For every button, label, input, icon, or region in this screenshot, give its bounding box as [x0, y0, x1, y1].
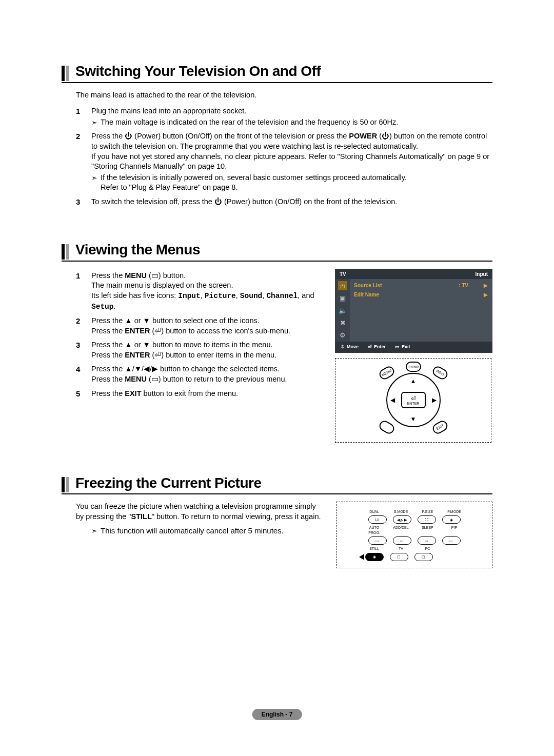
btn-label: DUAL	[364, 509, 385, 514]
adddel-button: ▭	[393, 536, 411, 545]
remote-buttons-illustration: DUAL S.MODE P.SIZE P.MODE I-II ◀🔈▶ ⛶ ◉ A…	[336, 502, 492, 568]
page-footer: English - 7	[252, 709, 302, 720]
osd-tv-label: TV	[340, 271, 346, 278]
enter-icon: ⏎	[368, 344, 372, 350]
step-number: 3	[76, 338, 91, 362]
step-number: 4	[76, 362, 91, 386]
freeze-paragraph: You can freeze the picture when watching…	[76, 502, 326, 522]
menu-icon: ▭	[151, 375, 159, 383]
illustration-column: TV Input ⏍ ▣ 🔈 ✖ ⚙ Source	[335, 269, 492, 443]
step-number: 3	[76, 195, 91, 209]
autoprog-button: ▭	[368, 536, 387, 545]
heading-bars-icon	[62, 66, 69, 81]
setup-icon: ⚙	[338, 330, 347, 340]
input-icon: ⏍	[338, 281, 347, 290]
power-icon: ⏻	[125, 132, 132, 140]
pip-button: ▭	[442, 536, 461, 545]
chevron-right-icon: ▶	[484, 282, 488, 289]
section-menus: Viewing the Menus 1 Press the MENU (▭) b…	[62, 240, 492, 442]
step-4: 4 Press the ▲/▼/◀/▶ button to change the…	[76, 362, 325, 386]
note-text: This function will automatically cancel …	[101, 526, 284, 536]
osd-icon-column: ⏍ ▣ 🔈 ✖ ⚙	[335, 279, 350, 342]
section-switching: Switching Your Television On and Off The…	[62, 62, 492, 209]
psize-button: ⛶	[418, 515, 436, 524]
menu-button: MENU	[378, 365, 396, 381]
exit-button: EXIT	[431, 419, 449, 435]
note-text: If the television is initially powered o…	[101, 173, 407, 182]
updown-icon: ⇳	[341, 344, 345, 350]
sound-icon: 🔈	[338, 306, 347, 315]
note-text: The main voltage is indicated on the rea…	[101, 117, 398, 128]
pmode-button: ◉	[442, 515, 461, 524]
section-title: Switching Your Television On and Off	[75, 62, 321, 81]
enter-icon: ⏎	[154, 351, 161, 359]
note-arrow-icon: ➣	[91, 118, 97, 128]
osd-screenshot: TV Input ⏍ ▣ 🔈 ✖ ⚙ Source	[335, 269, 492, 353]
tv-button: ▢	[390, 553, 408, 561]
note-text: Refer to "Plug & Play Feature" on page 8…	[101, 183, 238, 191]
btn-label: ADD/DEL	[391, 525, 411, 535]
step-body: Press the ⏻ (Power) button (On/Off) on t…	[91, 129, 492, 194]
note-arrow-icon: ➣	[91, 173, 97, 193]
manual-page: Switching Your Television On and Off The…	[0, 0, 554, 756]
ttx-button: TTX/MIX	[406, 362, 421, 372]
section-heading: Switching Your Television On and Off	[62, 62, 492, 83]
heading-bars-icon	[62, 244, 69, 260]
page-number: English - 7	[252, 709, 302, 720]
step-2: 2 Press the ⏻ (Power) button (On/Off) on…	[76, 129, 492, 194]
remote-button	[378, 419, 396, 435]
still-button: ◉	[365, 553, 384, 561]
section-title: Viewing the Menus	[75, 240, 200, 260]
step-number: 5	[76, 387, 91, 401]
section-heading: Viewing the Menus	[62, 240, 492, 262]
power-icon: ⏻	[382, 132, 389, 140]
menu-icon: ▭	[151, 271, 159, 280]
section-heading: Freezing the Current Picture	[62, 473, 492, 495]
pointer-icon	[359, 554, 364, 560]
btn-label: P.SIZE	[418, 509, 438, 514]
power-icon: ⏻	[214, 197, 222, 206]
step-number: 1	[76, 104, 91, 129]
picture-icon: ▣	[338, 293, 347, 303]
step-body: Press the ▲ or ▼ button to select one of…	[91, 314, 325, 338]
sleep-button: ▭	[418, 536, 436, 545]
intro-text: The mains lead is attached to the rear o…	[76, 90, 492, 101]
step-3: 3 Press the ▲ or ▼ button to move to ite…	[76, 338, 325, 362]
remote-dpad-illustration: TTX/MIX MENU INFO EXIT ▲ ▼ ◀ ▶ ENTER	[335, 358, 491, 443]
step-body: Press the MENU (▭) button. The main menu…	[91, 269, 325, 314]
step-number: 1	[76, 269, 91, 314]
step-body: Press the ▲ or ▼ button to move to items…	[91, 338, 325, 362]
channel-icon: ✖	[338, 318, 347, 327]
enter-button: ENTER	[401, 392, 426, 408]
step-body: Plug the mains lead into an appropriate …	[91, 104, 492, 129]
step-1: 1 Plug the mains lead into an appropriat…	[76, 104, 492, 129]
down-arrow-icon: ▼	[410, 415, 417, 423]
right-arrow-icon: ▶	[432, 396, 437, 404]
chevron-right-icon: ▶	[484, 291, 488, 299]
btn-label: PC	[418, 546, 438, 551]
menu-icon: ▭	[395, 344, 400, 350]
osd-title: Input	[476, 271, 488, 278]
btn-label: SLEEP	[418, 525, 438, 535]
osd-row-source-list: Source List : TV▶	[354, 281, 488, 290]
btn-label: AUTO PROG.	[364, 525, 385, 535]
btn-label: TV	[391, 546, 411, 551]
up-arrow-icon: ▲	[410, 377, 417, 385]
step-1: 1 Press the MENU (▭) button. The main me…	[76, 269, 325, 314]
smode-button: ◀🔈▶	[393, 515, 411, 524]
enter-icon: ⏎	[154, 327, 161, 335]
btn-label: PIP	[444, 525, 465, 535]
osd-row-edit-name: Edit Name ▶	[354, 290, 488, 300]
dual-button: I-II	[368, 515, 387, 524]
info-button: INFO	[431, 365, 449, 381]
step-2: 2 Press the ▲ or ▼ button to select one …	[76, 314, 325, 338]
note-arrow-icon: ➣	[91, 526, 97, 536]
btn-label: STILL	[364, 546, 385, 551]
btn-label: P.MODE	[444, 509, 465, 514]
step-number: 2	[76, 129, 91, 194]
left-arrow-icon: ◀	[390, 396, 395, 404]
osd-footer: ⇳ Move ⏎ Enter ▭ Exit	[335, 342, 492, 352]
btn-label: S.MODE	[391, 509, 411, 514]
step-number: 2	[76, 314, 91, 338]
step-body: To switch the television off, press the …	[91, 195, 492, 209]
